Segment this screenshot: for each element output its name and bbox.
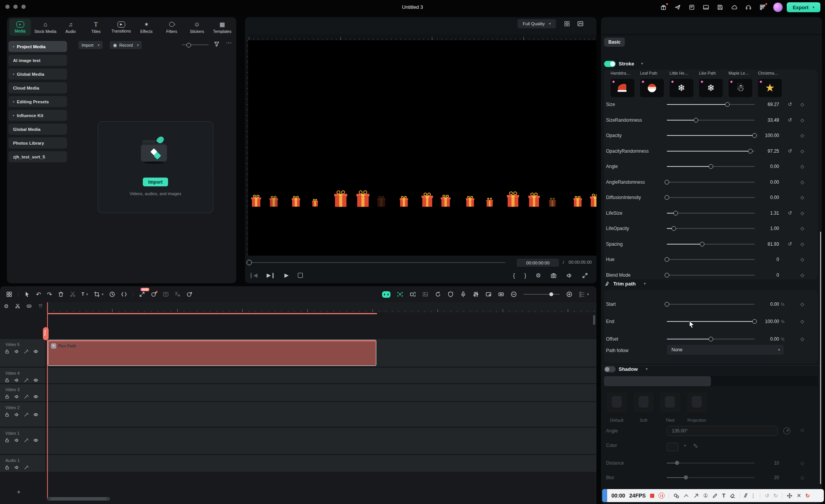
stroke-toggle[interactable] <box>604 61 616 67</box>
keyframe-diamond-icon[interactable]: ◇ <box>800 336 804 342</box>
panel-scrollbar[interactable] <box>820 232 821 484</box>
parameter-slider[interactable] <box>667 133 755 138</box>
playback-settings-icon[interactable]: ⚙ <box>536 272 541 279</box>
zoom-in-icon[interactable] <box>566 291 572 297</box>
mute-speaker-icon[interactable] <box>14 378 19 383</box>
chevron-down-icon[interactable]: ▾ <box>684 444 686 447</box>
keyframe-diamond-icon[interactable]: ◇ <box>800 102 804 107</box>
keyframe-diamond-icon[interactable]: ◇ <box>800 226 804 231</box>
sidebar-item[interactable]: ▸ Global Media <box>8 69 67 80</box>
chevron-down-icon[interactable]: ▾ <box>644 282 646 285</box>
stroke-preset[interactable]: Maple Le… ◆ <box>729 71 755 100</box>
preset-thumbnail[interactable]: ◆ <box>758 79 782 97</box>
lock-icon[interactable] <box>5 465 10 470</box>
track-lane[interactable] <box>46 384 596 401</box>
support-icon[interactable] <box>745 3 752 11</box>
keyframe-diamond-icon[interactable]: ◇ <box>800 117 804 123</box>
slider-handle[interactable] <box>684 475 688 480</box>
parameter-slider[interactable] <box>667 460 755 466</box>
keyframe-diamond-icon[interactable]: ◇ <box>800 460 804 466</box>
sidebar-item[interactable]: AI image test <box>8 55 67 66</box>
parameter-value[interactable]: 0 <box>744 272 779 278</box>
parameter-slider[interactable] <box>667 241 755 247</box>
mute-speaker-icon[interactable] <box>14 438 19 443</box>
record-dropdown-button[interactable]: ◉ Record▾ <box>110 41 142 49</box>
auto-reframe-icon[interactable]: NEW <box>139 291 145 297</box>
media-tab[interactable]: Titles <box>85 19 107 36</box>
cloud-upload-icon[interactable] <box>730 3 738 11</box>
lock-icon[interactable] <box>5 438 10 443</box>
thumbnail-size-slider[interactable] <box>182 44 209 45</box>
speech-to-text-icon[interactable] <box>163 291 169 297</box>
select-tool-icon[interactable] <box>24 291 30 297</box>
stop-button[interactable] <box>298 273 303 278</box>
multiview-icon[interactable] <box>564 21 570 27</box>
mute-speaker-icon[interactable] <box>14 349 19 354</box>
restart-recording-icon[interactable]: ↻ <box>805 493 810 499</box>
expand-caret-icon[interactable]: ▸ <box>13 72 15 76</box>
sidebar-item[interactable]: Photos Library <box>8 137 67 148</box>
parameter-value[interactable]: 20 <box>744 475 779 480</box>
avatar[interactable] <box>773 2 783 12</box>
parameter-slider[interactable] <box>667 164 755 169</box>
lock-icon[interactable] <box>5 412 10 417</box>
parameter-value[interactable]: 1.31 <box>744 210 779 216</box>
play-button[interactable]: ▶ <box>284 272 289 278</box>
audio-mixer-icon[interactable] <box>473 291 479 297</box>
import-dropzone[interactable]: Import Videos, audios, and images <box>98 121 213 213</box>
slider-handle[interactable] <box>725 102 730 107</box>
share-icon[interactable] <box>674 3 681 11</box>
slider-handle[interactable] <box>671 226 676 231</box>
eyedropper-icon[interactable] <box>693 443 698 449</box>
save-icon[interactable] <box>716 3 724 11</box>
parameter-value[interactable]: 1.00 <box>744 226 779 231</box>
image-overlay-icon[interactable] <box>422 291 428 297</box>
parameter-value[interactable]: 0.00 <box>744 336 779 342</box>
highlight-tool-icon[interactable]: /// <box>744 493 747 499</box>
lock-icon[interactable] <box>5 378 10 383</box>
parameter-value[interactable]: 10 <box>744 460 779 466</box>
shadow-preset[interactable]: Soft <box>630 392 657 422</box>
text-tool-icon[interactable]: T▾ <box>82 292 88 297</box>
speed-duration-icon[interactable] <box>109 291 115 297</box>
more-options-icon[interactable]: ⋯ <box>226 39 232 46</box>
stroke-preset[interactable]: Christma… ◆ <box>758 71 785 100</box>
parameter-slider[interactable] <box>667 272 755 278</box>
freehand-tool-icon[interactable] <box>683 493 689 499</box>
timeline-ruler[interactable] <box>46 302 596 312</box>
current-timecode[interactable]: 00:00:00:00 <box>517 259 559 267</box>
shadow-preset-thumbnail[interactable] <box>660 392 680 413</box>
playhead-grip[interactable] <box>43 327 49 340</box>
preset-thumbnail[interactable]: ◆ <box>670 79 693 97</box>
track-height-icon[interactable]: ▾ <box>579 291 589 297</box>
lock-icon[interactable] <box>5 394 10 399</box>
sidebar-item[interactable]: ▸ Project Media <box>8 41 67 52</box>
track-header[interactable]: Video 5 <box>0 339 45 367</box>
shadow-preset[interactable]: Projection <box>683 392 710 422</box>
horizontal-scrollbar[interactable] <box>47 497 110 501</box>
text-tool-icon[interactable]: T <box>722 493 725 499</box>
mute-speaker-icon[interactable] <box>14 394 19 399</box>
media-tab[interactable]: Transitions <box>110 19 132 36</box>
track-lane[interactable] <box>46 368 596 383</box>
shadow-preset[interactable]: Tiled <box>657 392 683 422</box>
snapshot-icon[interactable] <box>551 272 557 279</box>
effects-wand-icon[interactable] <box>24 394 29 399</box>
reset-icon[interactable]: ↺ <box>788 148 792 154</box>
parameter-value[interactable]: 81.93 <box>744 241 779 247</box>
angle-input[interactable]: 135.00° <box>667 426 778 436</box>
apps-grid-icon[interactable] <box>759 3 766 11</box>
shadow-preset-thumbnail[interactable] <box>687 392 707 413</box>
chevron-down-icon[interactable]: ▾ <box>641 62 643 65</box>
expand-caret-icon[interactable]: ▸ <box>13 100 15 103</box>
reset-icon[interactable]: ↺ <box>788 117 792 123</box>
parameter-value[interactable]: 0.00 <box>744 195 779 200</box>
pencil-tool-icon[interactable] <box>712 493 718 499</box>
parameter-value[interactable]: 0.00 <box>744 164 779 169</box>
redo-annotation-icon[interactable]: ↻ <box>773 493 778 499</box>
keyframe-diamond-icon[interactable]: ◇ <box>800 164 804 169</box>
move-toolbar-icon[interactable] <box>787 493 792 499</box>
parameter-value[interactable]: 97.25 <box>744 148 779 154</box>
keyframe-diamond-icon[interactable]: ◇ <box>800 272 804 278</box>
gift-promo-icon[interactable] <box>660 3 667 11</box>
